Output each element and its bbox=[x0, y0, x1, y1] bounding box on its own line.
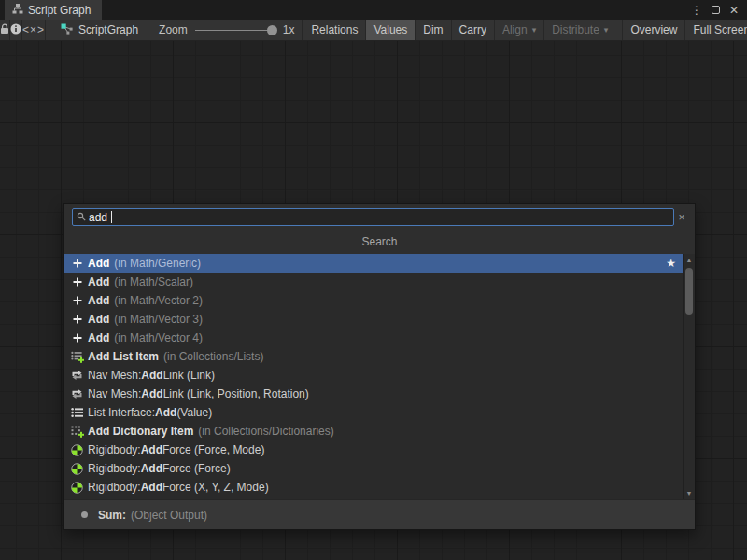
dropdown-caret-icon: ▾ bbox=[532, 25, 537, 35]
scrollbar[interactable]: ▲ ▼ bbox=[683, 254, 695, 500]
tab-bar: Script Graph ⋮ ✕ bbox=[0, 0, 747, 20]
result-row[interactable]: Rigidbody: Add Force (X, Y, Z, Mode) bbox=[64, 478, 683, 497]
window-controls: ⋮ ✕ bbox=[689, 0, 747, 20]
lock-icon bbox=[0, 23, 9, 37]
graph-hierarchy-icon bbox=[12, 4, 23, 17]
result-category: (in Collections/Lists) bbox=[163, 350, 263, 363]
result-match: Add bbox=[88, 294, 109, 307]
toolbar-button-carry[interactable]: Carry bbox=[451, 20, 494, 40]
script-graph-node-icon bbox=[61, 23, 73, 37]
result-match: Add bbox=[141, 443, 162, 456]
search-results: Add(in Math/Generic)★Add(in Math/Scalar)… bbox=[64, 254, 695, 500]
toolbar-button-label: Carry bbox=[459, 23, 486, 36]
code-view-button[interactable]: <×> bbox=[22, 20, 46, 40]
result-row[interactable]: Nav Mesh: Add Link (Link) bbox=[64, 366, 683, 385]
result-row[interactable]: Rigidbody: Add Force (Force, Mode) bbox=[64, 441, 683, 459]
search-query-text: add bbox=[89, 211, 107, 224]
result-prefix: Rigidbody: bbox=[88, 462, 141, 475]
result-category: (in Math/Vector 4) bbox=[114, 331, 203, 344]
result-category: (in Math/Vector 3) bbox=[114, 313, 203, 326]
toolbar-button-label: Dim bbox=[423, 23, 443, 36]
rigidbody-icon bbox=[70, 482, 84, 494]
info-button[interactable] bbox=[10, 20, 22, 40]
result-prefix: Rigidbody: bbox=[88, 481, 141, 494]
search-close-button[interactable]: × bbox=[674, 211, 689, 224]
search-input[interactable]: add bbox=[72, 208, 674, 226]
result-row[interactable]: Add Dictionary Item(in Collections/Dicti… bbox=[64, 422, 683, 441]
result-row[interactable]: Add List Item(in Collections/Lists) bbox=[64, 347, 683, 366]
popup-footer: Sum: (Object Output) bbox=[64, 499, 695, 529]
zoom-value: 1x bbox=[283, 23, 295, 36]
result-prefix: Nav Mesh: bbox=[88, 387, 141, 400]
result-match: Add Dictionary Item bbox=[88, 425, 193, 438]
kebab-menu-icon: ⋮ bbox=[691, 4, 702, 17]
scroll-down-icon[interactable]: ▼ bbox=[684, 489, 695, 498]
window-close-button[interactable]: ✕ bbox=[726, 3, 741, 18]
result-prefix: Nav Mesh: bbox=[88, 369, 141, 382]
list-icon bbox=[70, 407, 84, 418]
maximize-icon bbox=[712, 6, 720, 14]
result-row[interactable]: Add(in Math/Vector 4) bbox=[64, 329, 683, 347]
zoom-slider-thumb[interactable] bbox=[267, 25, 277, 35]
toolbar-buttons: RelationsValuesDimCarryAlign▾Distribute▾… bbox=[302, 20, 747, 40]
toolbar-button-overview[interactable]: Overview bbox=[622, 20, 684, 40]
plus-icon bbox=[70, 276, 84, 287]
scroll-up-icon[interactable]: ▲ bbox=[684, 256, 695, 265]
toolbar-button-label: Values bbox=[374, 23, 407, 36]
result-prefix: Rigidbody: bbox=[88, 443, 141, 456]
plus-icon bbox=[70, 332, 84, 343]
search-icon bbox=[77, 211, 86, 224]
scrollbar-thumb[interactable] bbox=[685, 268, 693, 315]
result-row[interactable]: Add(in Math/Scalar) bbox=[64, 273, 683, 291]
result-row[interactable]: Nav Mesh: Add Link (Link, Position, Rota… bbox=[64, 385, 683, 403]
toolbar-button-full-screen[interactable]: Full Screen bbox=[684, 20, 747, 40]
result-match: Add bbox=[88, 257, 109, 270]
dict-add-icon bbox=[70, 426, 84, 438]
result-match: Add bbox=[88, 331, 109, 344]
result-suffix: Link (Link, Position, Rotation) bbox=[163, 387, 309, 400]
result-row[interactable]: Rigidbody: Add Force (Force) bbox=[64, 459, 683, 478]
plus-icon bbox=[70, 295, 84, 306]
toolbar-button-dim[interactable]: Dim bbox=[415, 20, 450, 40]
result-row[interactable]: List Interface: Add (Value) bbox=[64, 403, 683, 422]
result-suffix: Force (X, Y, Z, Mode) bbox=[162, 481, 269, 494]
toolbar-button-relations[interactable]: Relations bbox=[303, 20, 365, 40]
zoom-slider[interactable] bbox=[195, 30, 275, 31]
result-match: Add List Item bbox=[88, 350, 159, 363]
toolbar-button-align[interactable]: Align▾ bbox=[494, 20, 543, 40]
result-prefix: List Interface: bbox=[88, 406, 155, 419]
result-match: Add bbox=[88, 313, 109, 326]
lock-button[interactable] bbox=[0, 20, 10, 40]
tab-title: Script Graph bbox=[28, 4, 91, 17]
graph-name-cell: ScriptGraph bbox=[46, 20, 151, 40]
footer-port-name: Sum: bbox=[98, 509, 126, 522]
search-row: add × bbox=[64, 204, 695, 230]
result-row[interactable]: Add(in Math/Vector 2) bbox=[64, 291, 683, 310]
fuzzy-finder-popup: add × Search Add(in Math/Generic)★Add(in… bbox=[63, 203, 696, 530]
tab-script-graph[interactable]: Script Graph bbox=[5, 0, 102, 20]
result-category: (in Math/Vector 2) bbox=[114, 294, 203, 307]
favorite-star-icon[interactable]: ★ bbox=[666, 257, 676, 270]
zoom-label: Zoom bbox=[159, 23, 188, 36]
window-maximize-button[interactable] bbox=[708, 3, 723, 18]
dropdown-caret-icon: ▾ bbox=[604, 25, 609, 35]
graph-toolbar: <×> ScriptGraph Zoom 1x RelationsValuesD… bbox=[0, 20, 747, 41]
tab-bar-spacer bbox=[102, 0, 689, 20]
code-brackets-icon: <×> bbox=[22, 23, 45, 36]
toolbar-button-distribute[interactable]: Distribute▾ bbox=[543, 20, 615, 40]
close-icon: ✕ bbox=[729, 4, 739, 17]
window-menu-button[interactable]: ⋮ bbox=[689, 3, 704, 18]
toolbar-button-label: Distribute bbox=[552, 23, 599, 36]
result-suffix: Force (Force, Mode) bbox=[162, 443, 264, 456]
result-row[interactable]: Add(in Math/Generic)★ bbox=[64, 254, 683, 273]
graph-name-label: ScriptGraph bbox=[78, 23, 138, 36]
navmesh-icon bbox=[70, 370, 84, 381]
rigidbody-icon bbox=[70, 444, 84, 456]
rigidbody-icon bbox=[70, 463, 84, 475]
result-category: (in Collections/Dictionaries) bbox=[198, 425, 333, 438]
toolbar-button-values[interactable]: Values bbox=[365, 20, 415, 40]
result-row[interactable]: Add(in Math/Vector 3) bbox=[64, 310, 683, 329]
result-suffix: Force (Force) bbox=[162, 462, 231, 475]
result-category: (in Math/Generic) bbox=[114, 257, 201, 270]
result-match: Add bbox=[141, 369, 162, 382]
